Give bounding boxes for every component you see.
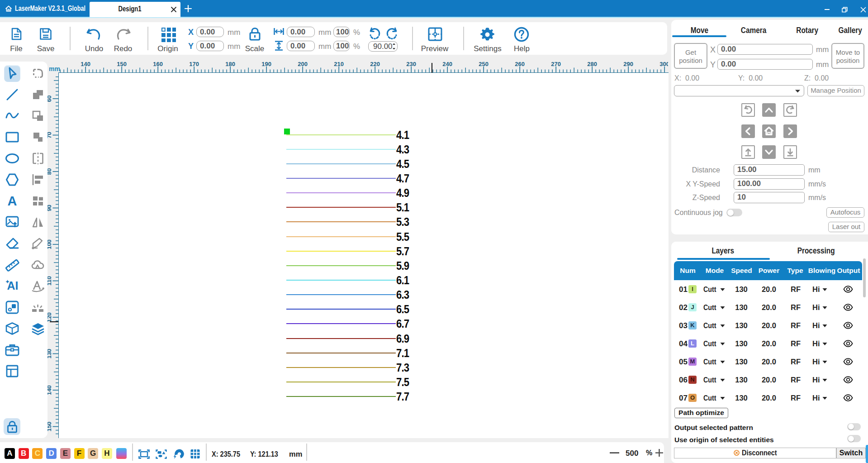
svg-text:180: 180: [225, 61, 235, 67]
svg-text:150: 150: [117, 61, 127, 67]
svg-text:60: 60: [47, 95, 52, 102]
svg-text:110: 110: [47, 276, 52, 286]
svg-text:240: 240: [442, 61, 452, 67]
svg-text:200: 200: [298, 61, 308, 67]
svg-text:140: 140: [47, 385, 52, 395]
svg-text:130: 130: [47, 349, 52, 359]
svg-text:150: 150: [47, 422, 52, 432]
svg-text:80: 80: [47, 168, 52, 175]
svg-text:190: 190: [261, 61, 271, 67]
svg-text:100: 100: [47, 239, 52, 249]
svg-text:170: 170: [189, 61, 199, 67]
svg-text:90: 90: [47, 205, 52, 211]
svg-text:210: 210: [334, 61, 344, 67]
svg-text:260: 260: [515, 61, 525, 67]
svg-text:270: 270: [551, 61, 561, 67]
svg-text:280: 280: [587, 61, 597, 67]
svg-text:140: 140: [81, 61, 90, 67]
svg-text:290: 290: [623, 61, 633, 67]
svg-text:230: 230: [406, 61, 416, 67]
svg-text:220: 220: [370, 61, 380, 67]
svg-text:70: 70: [47, 132, 52, 138]
svg-text:300: 300: [659, 61, 668, 67]
svg-text:160: 160: [153, 61, 163, 67]
svg-text:250: 250: [479, 61, 489, 67]
